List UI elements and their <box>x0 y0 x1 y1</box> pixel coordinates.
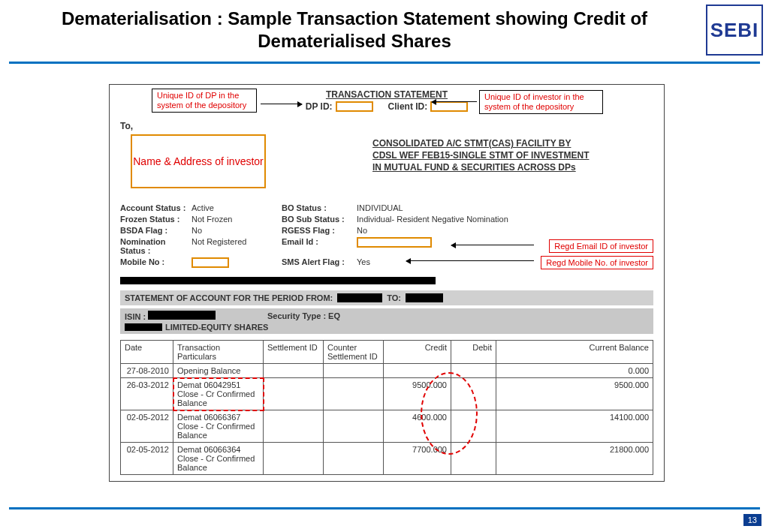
col-settlement: Settlement ID <box>264 341 324 364</box>
bo-sub-status-value: Individual- Resident Negative Nomination <box>357 215 653 224</box>
table-row: 26-03-2012 Demat 06042951 Close - Cr Con… <box>121 378 653 410</box>
arrow-icon <box>432 101 477 102</box>
consol-line-2: CDSL WEF FEB15-SINGLE STMT OF INVESTMENT <box>372 149 589 161</box>
bo-status-label: BO Status : <box>282 203 357 212</box>
cell-credit: 9500.000 <box>384 378 451 410</box>
cell-balance: 9500.000 <box>496 378 653 410</box>
nomination-status-value: Not Registered <box>191 237 282 255</box>
company-redacted <box>125 323 162 331</box>
cell-balance: 0.000 <box>496 364 653 378</box>
frozen-status-value: Not Frozen <box>191 215 282 224</box>
cell-date: 02-05-2012 <box>121 443 173 475</box>
consol-line-1: CONSOLIDATED A/C STMT(CAS) FACILITY BY <box>372 137 589 149</box>
email-id-label: Email Id : <box>282 237 357 255</box>
cell-date: 02-05-2012 <box>121 410 173 443</box>
isin-row: ISIN : Security Type : EQ LIMITED-EQUITY… <box>120 308 653 334</box>
rgess-flag-value: No <box>357 226 653 235</box>
period-to-redacted <box>406 293 443 302</box>
transaction-statement-document: TRANSACTION STATEMENT DP ID: Client ID: … <box>109 84 665 482</box>
cell-particulars-highlighted: Demat 06042951 Close - Cr Confirmed Bala… <box>173 378 264 410</box>
email-id-field <box>357 237 432 248</box>
sms-alert-label: SMS Alert Flag : <box>282 257 357 269</box>
account-status-label: Account Status : <box>120 203 191 212</box>
client-id-callout: Unique ID of investor in the system of t… <box>479 90 603 114</box>
bo-status-value: INDIVIDUAL <box>357 203 653 212</box>
email-callout: Regd Email ID of investor <box>549 239 653 253</box>
table-row: 02-05-2012 Demat 06066364 Close - Cr Con… <box>121 443 653 475</box>
transaction-table: Date Transaction Particulars Settlement … <box>120 340 653 475</box>
cell-credit <box>384 364 451 378</box>
cell-particulars: Demat 06066367 Close - Cr Confirmed Bala… <box>173 410 264 443</box>
statement-period-row: STATEMENT OF ACCOUNT FOR THE PERIOD FROM… <box>120 290 653 305</box>
mobile-callout: Regd Mobile No. of investor <box>541 256 653 269</box>
bsda-flag-value: No <box>191 226 282 235</box>
client-id-label: Client ID: <box>388 101 428 112</box>
arrow-icon <box>451 245 534 245</box>
account-status-value: Active <box>191 203 282 212</box>
cell-balance: 21800.000 <box>496 443 653 475</box>
table-row: 27-08-2010 Opening Balance 0.000 <box>121 364 653 378</box>
consolidated-note: CONSOLIDATED A/C STMT(CAS) FACILITY BY C… <box>372 137 589 174</box>
redacted-bar <box>120 277 436 284</box>
arrow-icon <box>261 104 302 104</box>
top-divider <box>9 62 760 64</box>
mobile-no-label: Mobile No : <box>120 257 191 269</box>
rgess-flag-label: RGESS Flag : <box>282 226 357 235</box>
sebi-logo: SEBI <box>706 5 763 56</box>
consol-line-3: IN MUTUAL FUND & SECURITIES ACROSS DPs <box>372 161 589 173</box>
dp-id-callout: Unique ID of DP in the system of the dep… <box>152 89 257 113</box>
cell-credit: 4600.000 <box>384 410 451 443</box>
name-address-box: Name & Address of investor <box>131 134 266 188</box>
cell-balance: 14100.000 <box>496 410 653 443</box>
col-debit: Debit <box>451 341 496 364</box>
dp-id-label: DP ID: <box>306 101 333 112</box>
bsda-flag-label: BSDA Flag : <box>120 226 191 235</box>
dp-id-field <box>336 101 373 112</box>
table-row: 02-05-2012 Demat 06066367 Close - Cr Con… <box>121 410 653 443</box>
mobile-no-field <box>191 257 229 268</box>
to-label: To, <box>120 121 133 131</box>
security-name: LIMITED-EQUITY SHARES <box>165 323 268 332</box>
frozen-status-label: Frozen Status : <box>120 215 191 224</box>
bo-sub-status-label: BO Sub Status : <box>282 215 357 224</box>
period-from-label: STATEMENT OF ACCOUNT FOR THE PERIOD FROM… <box>125 293 333 302</box>
isin-label: ISIN : <box>125 312 146 321</box>
bottom-divider <box>9 507 760 509</box>
col-particulars: Transaction Particulars <box>173 341 264 364</box>
nomination-status-label: Nomination Status : <box>120 237 191 255</box>
cell-particulars: Opening Balance <box>173 364 264 378</box>
arrow-icon <box>406 260 534 261</box>
cell-date: 27-08-2010 <box>121 364 173 378</box>
table-header-row: Date Transaction Particulars Settlement … <box>121 341 653 364</box>
page-number: 13 <box>743 514 761 526</box>
cell-credit: 7700.000 <box>384 443 451 475</box>
cell-particulars: Demat 06066364 Close - Cr Confirmed Bala… <box>173 443 264 475</box>
cell-date: 26-03-2012 <box>121 378 173 410</box>
col-balance: Current Balance <box>496 341 653 364</box>
period-from-redacted <box>337 293 382 302</box>
col-credit: Credit <box>384 341 451 364</box>
period-to-label: TO: <box>387 293 401 302</box>
slide-title: Dematerialisation : Sample Transaction S… <box>0 0 769 59</box>
col-date: Date <box>121 341 173 364</box>
isin-redacted <box>148 311 216 320</box>
col-counter-settlement: Counter Settlement ID <box>324 341 384 364</box>
security-type: Security Type : EQ <box>267 311 649 320</box>
